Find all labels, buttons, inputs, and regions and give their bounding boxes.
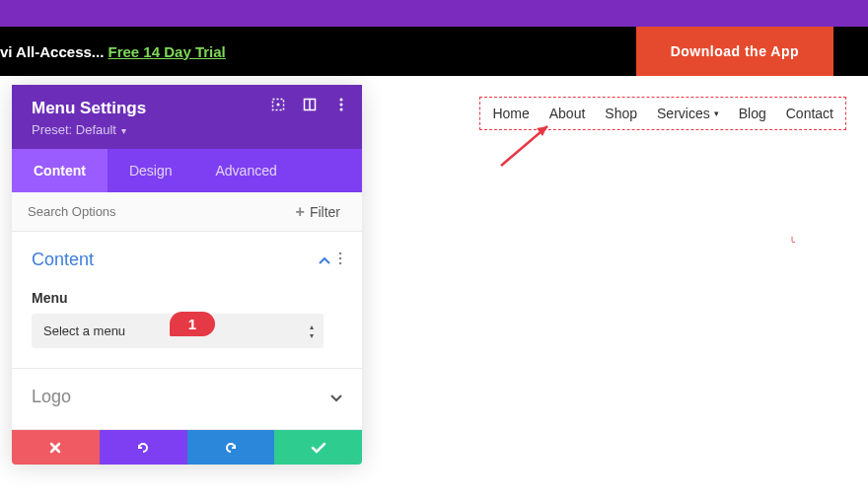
field-menu-label: Menu (32, 290, 342, 306)
menu-select-value: Select a menu (43, 323, 125, 338)
tab-design[interactable]: Design (108, 149, 194, 192)
nav-item-contact[interactable]: Contact (786, 106, 833, 121)
select-caret-icon: ▴▾ (310, 323, 314, 340)
preset-selector[interactable]: Preset: Default ▾ (32, 122, 342, 137)
nav-item-shop[interactable]: Shop (605, 106, 637, 121)
chevron-down-icon: ▾ (118, 125, 126, 136)
nav-item-about[interactable]: About (549, 106, 586, 121)
svg-point-5 (340, 104, 343, 107)
stray-mark: ╰ (789, 237, 795, 248)
search-row: + Filter (12, 192, 362, 232)
section-content: Content Menu Select a menu ▴▾ 1 (12, 232, 362, 369)
undo-button[interactable] (100, 430, 187, 465)
section-content-header[interactable]: Content (32, 250, 342, 270)
section-logo: Logo (12, 369, 362, 430)
tab-advanced[interactable]: Advanced (193, 149, 298, 192)
promo-link[interactable]: Free 14 Day Trial (108, 43, 226, 60)
svg-point-7 (339, 252, 342, 255)
nav-item-home[interactable]: Home (492, 106, 529, 121)
svg-point-1 (277, 104, 280, 107)
redo-button[interactable] (187, 430, 275, 465)
search-input[interactable] (12, 192, 282, 231)
nav-item-blog[interactable]: Blog (739, 106, 766, 121)
preset-label: Preset: Default (32, 122, 116, 137)
chevron-down-icon: ▾ (714, 108, 719, 118)
svg-line-12 (501, 126, 547, 166)
panel-tabs: Content Design Advanced (12, 149, 362, 192)
panel-header: Menu Settings Preset: Default ▾ (12, 85, 362, 149)
chevron-up-icon[interactable] (319, 252, 330, 268)
columns-icon[interactable] (303, 98, 317, 111)
plus-icon: + (296, 203, 305, 221)
svg-point-9 (339, 262, 342, 265)
filter-label: Filter (310, 204, 340, 220)
annotation-badge-1: 1 (170, 312, 215, 336)
svg-point-6 (340, 108, 343, 111)
svg-point-8 (339, 257, 342, 260)
svg-point-4 (340, 99, 343, 102)
header-icons (271, 98, 348, 111)
more-icon[interactable] (334, 98, 348, 111)
top-stripe (0, 0, 868, 27)
chevron-down-icon[interactable] (330, 389, 342, 406)
tab-content[interactable]: Content (12, 149, 108, 192)
nav-preview: Home About Shop Services▾ Blog Contact (479, 97, 846, 130)
expand-icon[interactable] (271, 98, 285, 111)
top-bar: vi All-Access... Free 14 Day Trial Downl… (0, 27, 868, 76)
promo-prefix: vi All-Access... (0, 43, 108, 60)
download-button[interactable]: Download the App (636, 27, 833, 76)
filter-button[interactable]: + Filter (282, 195, 354, 229)
section-logo-header[interactable]: Logo (32, 387, 342, 407)
cancel-button[interactable] (12, 430, 100, 465)
menu-select-wrap: Select a menu ▴▾ 1 (32, 314, 342, 348)
menu-settings-panel: Menu Settings Preset: Default ▾ Content … (12, 85, 362, 465)
section-content-title: Content (32, 250, 94, 270)
section-logo-title: Logo (32, 387, 71, 407)
panel-footer (12, 430, 362, 465)
nav-item-services[interactable]: Services▾ (657, 106, 719, 121)
confirm-button[interactable] (274, 430, 362, 465)
promo-text: vi All-Access... Free 14 Day Trial (0, 43, 226, 60)
more-icon[interactable] (338, 251, 342, 268)
